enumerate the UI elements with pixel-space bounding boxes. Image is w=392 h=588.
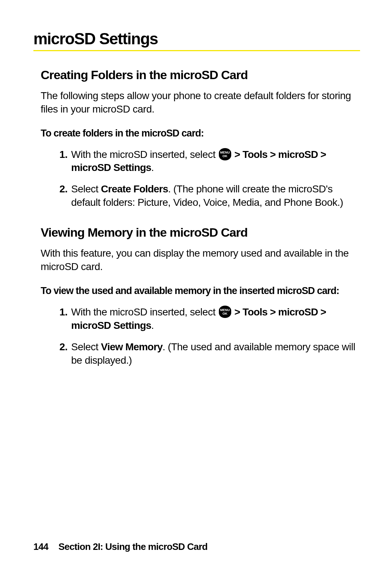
section2-step-1: 1. With the microSD inserted, select MEN… [55, 306, 360, 332]
step2-pre: Select [71, 341, 101, 352]
step-number: 1. [55, 306, 71, 332]
step-number: 1. [55, 148, 71, 175]
menu-bot-text: OK [222, 312, 228, 315]
step2-bold: Create Folders [101, 183, 168, 195]
step2-pre: Select [71, 183, 101, 195]
section1-step-1: 1. With the microSD inserted, select MEN… [55, 148, 360, 175]
step-number: 2. [55, 183, 71, 209]
step-end: . [151, 162, 154, 173]
section-heading-creating-folders: Creating Folders in the microSD Card [41, 68, 360, 82]
menu-top-text: MENU [220, 151, 230, 154]
step-content: Select Create Folders. (The phone will c… [71, 183, 360, 209]
step-end: . [151, 320, 154, 331]
nav-separator: > [232, 149, 243, 160]
step-content: With the microSD inserted, select MENUOK… [71, 148, 360, 175]
section2-step-2: 2. Select View Memory. (The used and ava… [55, 340, 360, 367]
step-content: Select View Memory. (The used and availa… [71, 340, 360, 367]
section1-step-2: 2. Select Create Folders. (The phone wil… [55, 183, 360, 209]
step-content: With the microSD inserted, select MENUOK… [71, 306, 360, 332]
step-number: 2. [55, 340, 71, 367]
page-footer: 144Section 2I: Using the microSD Card [33, 541, 208, 552]
step1-pre: With the microSD inserted, select [71, 306, 218, 318]
step2-bold: View Memory [101, 341, 163, 352]
footer-section-label: Section 2I: Using the microSD Card [58, 541, 208, 552]
menu-ok-icon: MENUOK [219, 148, 231, 160]
section2-instruction-label: To view the used and available memory in… [41, 285, 360, 298]
menu-bot-text: OK [222, 154, 228, 158]
section2-intro: With this feature, you can display the m… [41, 247, 360, 274]
section1-instruction-label: To create folders in the microSD card: [41, 127, 360, 140]
section1-intro: The following steps allow your phone to … [41, 89, 360, 116]
step1-pre: With the microSD inserted, select [71, 149, 218, 160]
page-number: 144 [33, 541, 48, 552]
menu-ok-icon: MENUOK [219, 306, 231, 318]
menu-top-text: MENU [220, 308, 230, 312]
nav-separator: > [232, 306, 243, 318]
section-heading-viewing-memory: Viewing Memory in the microSD Card [41, 225, 360, 240]
page-title: microSD Settings [33, 30, 360, 51]
